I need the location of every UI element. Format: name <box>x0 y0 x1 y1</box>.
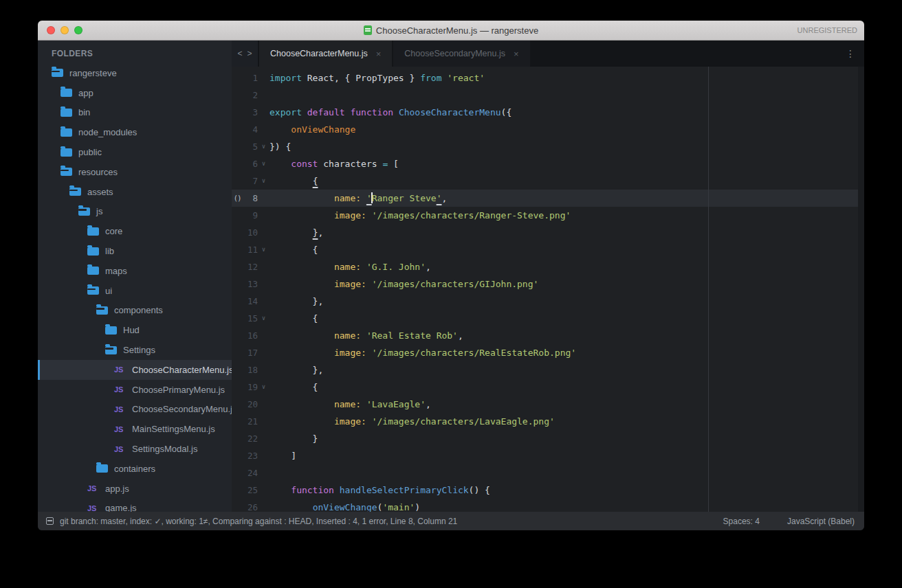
line-number: 25 <box>243 482 258 499</box>
syntax-setting[interactable]: JavaScript (Babel) <box>787 517 855 526</box>
code-text: { <box>270 310 318 327</box>
sidebar-item-components[interactable]: components <box>38 301 232 321</box>
code-token <box>334 485 340 495</box>
tab-overflow-menu-icon[interactable]: ⋮ <box>837 41 864 67</box>
code-line-23[interactable]: 23 ] <box>232 447 864 464</box>
code-line-22[interactable]: 22 } <box>232 430 864 447</box>
folder-icon <box>60 128 72 137</box>
modified-region-icon: () <box>232 190 243 207</box>
code-line-3[interactable]: 3export default function ChooseCharacter… <box>232 104 864 121</box>
editor-column: < > ChooseCharacterMenu.js×ChooseSeconda… <box>232 41 864 512</box>
window-title: ChooseCharacterMenu.js — rangersteve <box>376 25 538 36</box>
minimize-window-button[interactable] <box>60 26 69 34</box>
code-line-10[interactable]: 10 }, <box>232 224 864 241</box>
code-line-9[interactable]: 9 image: '/images/characters/Ranger-Stev… <box>232 207 864 224</box>
indentation-setting[interactable]: Spaces: 4 <box>723 517 760 526</box>
folder-tree: rangersteveappbinnode_modulespublicresou… <box>38 63 232 512</box>
sidebar-item-label: rangersteve <box>69 68 117 78</box>
fold-arrow-icon[interactable]: ∨ <box>258 172 270 190</box>
sidebar-item-containers[interactable]: containers <box>38 459 232 479</box>
sidebar-item-label: MainSettingsMenu.js <box>132 424 215 434</box>
close-window-button[interactable] <box>47 26 55 34</box>
fold-arrow-icon[interactable]: ∨ <box>258 378 270 396</box>
titlebar[interactable]: ChooseCharacterMenu.js — rangersteve UNR… <box>38 21 864 41</box>
code-line-12[interactable]: 12 name: 'G.I. John', <box>232 258 864 275</box>
gutter: 13 <box>232 275 270 293</box>
sidebar-item-ui[interactable]: ui <box>38 281 232 301</box>
code-line-8[interactable]: ()8 name: 'Ranger Steve', <box>232 190 864 207</box>
code-token: , <box>318 227 323 238</box>
sidebar-item-settings[interactable]: Settings <box>38 340 232 360</box>
sidebar-item-resources[interactable]: resources <box>38 162 232 182</box>
sidebar-item-node-modules[interactable]: node_modules <box>38 122 232 142</box>
js-file-icon: JS <box>87 484 99 493</box>
next-tab-icon[interactable]: > <box>248 49 252 58</box>
sidebar-item-chooseprimarymenu-js[interactable]: JSChoosePrimaryMenu.js <box>38 380 232 400</box>
sidebar-item-app[interactable]: app <box>38 83 232 103</box>
sidebar-item-bin[interactable]: bin <box>38 103 232 123</box>
code-line-17[interactable]: 17 image: '/images/characters/RealEstate… <box>232 344 864 361</box>
code-line-4[interactable]: 4 onViewChange <box>232 121 864 138</box>
code-line-2[interactable]: 2 <box>232 87 864 104</box>
tab-choosecharactermenu-js[interactable]: ChooseCharacterMenu.js× <box>259 41 392 67</box>
code-text: { <box>270 172 318 190</box>
prev-tab-icon[interactable]: < <box>237 49 242 58</box>
zoom-window-button[interactable] <box>74 26 82 34</box>
js-file-icon: JS <box>114 405 126 414</box>
sidebar-item-choosecharactermenu-js[interactable]: JSChooseCharacterMenu.js <box>38 360 232 380</box>
line-number: 13 <box>243 275 258 293</box>
sidebar-item-settingsmodal-js[interactable]: JSSettingsModal.js <box>38 439 232 459</box>
line-number: 23 <box>243 447 258 464</box>
tab-choosesecondarymenu-js[interactable]: ChooseSecondaryMenu.js× <box>393 41 529 67</box>
tab-close-icon[interactable]: × <box>514 49 519 59</box>
gutter: 9 <box>232 207 270 224</box>
code-line-13[interactable]: 13 image: '/images/characters/GIJohn.png… <box>232 275 864 293</box>
sidebar-item-choosesecondarymenu-js[interactable]: JSChooseSecondaryMenu.js <box>38 400 232 420</box>
sidebar-item-js[interactable]: js <box>38 202 232 222</box>
sidebar-item-rangersteve[interactable]: rangersteve <box>38 63 232 83</box>
code-line-25[interactable]: 25 function handleSelectPrimaryClick() { <box>232 482 864 499</box>
code-line-24[interactable]: 24 <box>232 464 864 482</box>
sidebar-item-app-js[interactable]: JSapp.js <box>38 479 232 499</box>
sidebar-item-maps[interactable]: maps <box>38 261 232 281</box>
line-number: 10 <box>243 224 258 241</box>
code-line-1[interactable]: 1import React, { PropTypes } from 'react… <box>232 69 864 87</box>
tab-close-icon[interactable]: × <box>376 49 382 59</box>
gutter: 22 <box>232 430 270 447</box>
fold-arrow-icon[interactable]: ∨ <box>258 155 270 172</box>
scrollbar-track[interactable] <box>858 67 864 512</box>
sidebar-item-mainsettingsmenu-js[interactable]: JSMainSettingsMenu.js <box>38 419 232 439</box>
gutter: 3 <box>232 104 270 121</box>
code-line-18[interactable]: 18 }, <box>232 361 864 378</box>
desktop-background: ChooseCharacterMenu.js — rangersteve UNR… <box>0 0 902 588</box>
code-line-15[interactable]: 15∨ { <box>232 310 864 327</box>
code-line-14[interactable]: 14 }, <box>232 293 864 310</box>
gutter: 11∨ <box>232 241 270 258</box>
code-line-19[interactable]: 19∨ { <box>232 378 864 396</box>
sidebar-item-game-js[interactable]: JSgame.js <box>38 499 232 512</box>
code-line-16[interactable]: 16 name: 'Real Estate Rob', <box>232 327 864 344</box>
open-folder-icon <box>78 207 90 216</box>
status-git-info: git branch: master, index: ✓, working: 1… <box>60 517 457 526</box>
code-editor[interactable]: 1import React, { PropTypes } from 'react… <box>232 67 864 512</box>
code-line-11[interactable]: 11∨ { <box>232 241 864 258</box>
code-line-26[interactable]: 26 onViewChange('main') <box>232 499 864 512</box>
fold-arrow-icon[interactable]: ∨ <box>258 138 270 155</box>
code-line-6[interactable]: 6∨ const characters = [ <box>232 155 864 172</box>
fold-arrow-icon[interactable]: ∨ <box>258 241 270 258</box>
code-line-5[interactable]: 5∨}) { <box>232 138 864 155</box>
sidebar-item-label: core <box>105 226 122 236</box>
sidebar-item-public[interactable]: public <box>38 142 232 162</box>
code-token <box>302 107 307 117</box>
code-token: '/images/characters/GIJohn.png' <box>372 279 539 289</box>
code-line-20[interactable]: 20 name: 'LavaEagle', <box>232 396 864 413</box>
code-token: { <box>313 176 318 186</box>
sidebar-item-hud[interactable]: Hud <box>38 320 232 340</box>
tab-bar: < > ChooseCharacterMenu.js×ChooseSeconda… <box>232 41 864 67</box>
sidebar-item-assets[interactable]: assets <box>38 182 232 202</box>
sidebar-item-core[interactable]: core <box>38 221 232 241</box>
code-line-7[interactable]: 7∨ { <box>232 172 864 190</box>
code-line-21[interactable]: 21 image: '/images/characters/LavaEagle.… <box>232 413 864 430</box>
sidebar-item-lib[interactable]: lib <box>38 241 232 261</box>
fold-arrow-icon[interactable]: ∨ <box>258 310 270 327</box>
